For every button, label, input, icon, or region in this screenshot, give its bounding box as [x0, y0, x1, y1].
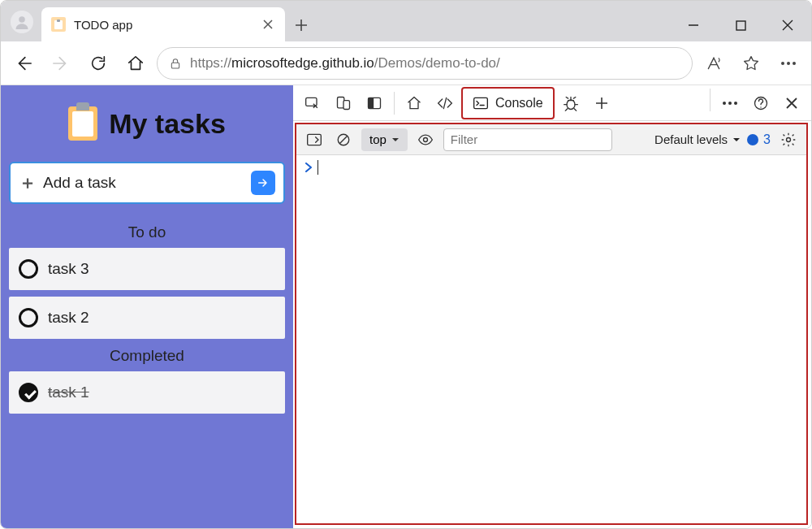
- address-bar-actions: [698, 47, 805, 80]
- maximize-button[interactable]: [717, 9, 764, 41]
- bug-icon: [563, 95, 579, 111]
- task-checkbox[interactable]: [19, 259, 38, 279]
- tab-close-button[interactable]: [261, 17, 275, 32]
- home-icon: [406, 95, 422, 111]
- task-checkbox[interactable]: [19, 308, 38, 327]
- log-levels-selector[interactable]: Default levels: [654, 132, 741, 146]
- console-panel: top Default levels 3: [295, 123, 808, 525]
- toggle-sidebar-button[interactable]: [303, 128, 326, 151]
- completed-section-label: Completed: [9, 347, 285, 365]
- console-toolbar: top Default levels 3: [296, 124, 806, 155]
- ellipsis-icon: [780, 61, 797, 66]
- sources-tab[interactable]: [556, 89, 585, 118]
- issue-badge-icon: [747, 134, 758, 145]
- home-button[interactable]: [119, 47, 152, 80]
- svg-rect-12: [369, 98, 374, 108]
- lock-icon: [169, 57, 182, 70]
- submit-task-button[interactable]: [251, 171, 275, 195]
- star-icon: [743, 55, 759, 72]
- user-icon: [15, 15, 29, 29]
- console-prompt[interactable]: [304, 160, 798, 175]
- more-button[interactable]: [772, 47, 805, 80]
- titlebar: TODO app: [1, 1, 811, 41]
- add-task-label: Add a task: [43, 174, 244, 192]
- welcome-tab[interactable]: [400, 89, 429, 118]
- console-tab[interactable]: Console: [461, 87, 555, 119]
- home-icon: [127, 54, 145, 72]
- minimize-icon: [688, 20, 699, 31]
- clear-icon: [336, 132, 351, 147]
- clipboard-icon: [68, 106, 97, 141]
- task-row[interactable]: task 3: [9, 248, 285, 290]
- levels-label: Default levels: [654, 132, 728, 146]
- devtools: Console top: [293, 85, 811, 528]
- code-icon: [436, 95, 454, 111]
- profile-button[interactable]: [11, 11, 33, 33]
- task-row-completed[interactable]: task 1: [9, 371, 285, 414]
- elements-tab[interactable]: [430, 89, 460, 118]
- task-checkbox-checked[interactable]: [19, 383, 38, 402]
- app-title: My tasks: [109, 108, 226, 140]
- more-tabs-button[interactable]: [587, 89, 616, 118]
- dock-button[interactable]: [360, 89, 389, 118]
- devtools-toolbar-right: [706, 89, 806, 118]
- context-label: top: [369, 132, 387, 146]
- chevron-down-icon: [732, 136, 741, 144]
- issues-button[interactable]: 3: [747, 132, 771, 147]
- svg-rect-4: [171, 63, 179, 68]
- svg-point-15: [723, 102, 726, 105]
- task-row[interactable]: task 2: [9, 297, 285, 339]
- forward-button: [45, 47, 77, 80]
- issues-count: 3: [763, 132, 771, 147]
- app-header: My tasks: [9, 106, 285, 141]
- url-text: https://microsoftedge.github.io/Demos/de…: [190, 55, 500, 72]
- task-text: task 3: [48, 260, 89, 278]
- device-toggle-button[interactable]: [329, 89, 358, 118]
- refresh-button[interactable]: [82, 47, 114, 80]
- live-expression-button[interactable]: [414, 128, 437, 151]
- svg-point-7: [793, 62, 796, 65]
- filter-input[interactable]: [443, 128, 612, 151]
- window-controls: [670, 9, 811, 41]
- todo-app: My tasks ＋ Add a task To do task 3 task …: [1, 85, 293, 528]
- todo-section-label: To do: [9, 223, 285, 241]
- devtools-more-button[interactable]: [715, 89, 745, 118]
- arrow-right-icon: [52, 54, 70, 72]
- plus-icon: ＋: [19, 171, 37, 195]
- svg-point-22: [787, 137, 791, 141]
- close-window-button[interactable]: [764, 9, 811, 41]
- address-bar-row: https://microsoftedge.github.io/Demos/de…: [1, 41, 811, 85]
- chevron-down-icon: [391, 136, 400, 144]
- read-aloud-button[interactable]: [698, 47, 730, 80]
- devtools-help-button[interactable]: [746, 89, 775, 118]
- svg-rect-13: [474, 98, 488, 108]
- browser-window: TODO app https://microsoftedge.github.io…: [0, 0, 812, 529]
- devtools-toolbar: Console: [293, 85, 811, 121]
- browser-tab[interactable]: TODO app: [41, 7, 285, 41]
- help-icon: [753, 95, 769, 111]
- devtools-close-button[interactable]: [777, 89, 806, 118]
- svg-point-17: [734, 102, 737, 105]
- minimize-button[interactable]: [670, 9, 717, 41]
- svg-point-0: [19, 16, 25, 23]
- svg-rect-10: [343, 100, 350, 109]
- text-cursor: [317, 160, 318, 175]
- eye-icon: [417, 132, 434, 148]
- inspect-button[interactable]: [298, 89, 327, 118]
- address-bar[interactable]: https://microsoftedge.github.io/Demos/de…: [157, 47, 693, 80]
- svg-rect-8: [306, 98, 317, 106]
- console-body[interactable]: [296, 155, 806, 523]
- back-button[interactable]: [7, 47, 40, 80]
- inspect-icon: [304, 95, 321, 111]
- console-icon: [473, 96, 489, 111]
- new-tab-button[interactable]: [285, 9, 317, 41]
- separator: [710, 89, 710, 111]
- add-task-input[interactable]: ＋ Add a task: [9, 162, 285, 204]
- sidebar-icon: [306, 132, 322, 147]
- task-text: task 2: [48, 309, 89, 327]
- refresh-icon: [89, 54, 107, 72]
- context-selector[interactable]: top: [361, 128, 408, 151]
- clear-console-button[interactable]: [332, 128, 355, 151]
- favorite-button[interactable]: [735, 47, 767, 80]
- console-settings-button[interactable]: [777, 128, 800, 151]
